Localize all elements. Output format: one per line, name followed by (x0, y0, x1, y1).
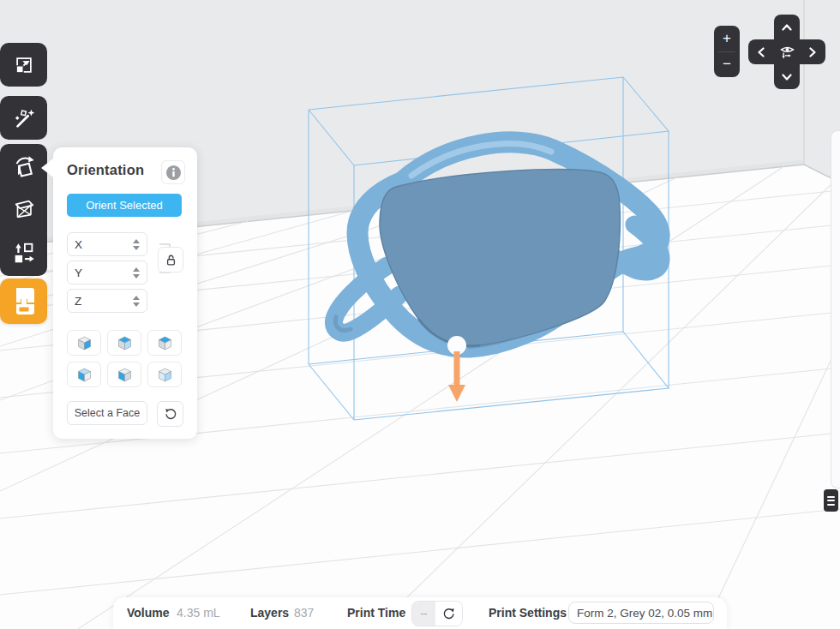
print-time-refresh-button[interactable] (435, 602, 462, 626)
print-time-control: -- (411, 601, 463, 626)
zoom-out-button[interactable]: − (714, 51, 740, 77)
pan-up-button[interactable] (774, 15, 800, 39)
spinner-up-icon[interactable] (133, 296, 140, 300)
orient-cube-icon (11, 153, 37, 179)
cube-face-top-front-icon (116, 334, 134, 352)
tool-layout-button[interactable] (0, 231, 47, 275)
supports-icon (11, 197, 37, 223)
status-bar: Volume 4.35 mL Layers 837 Print Time -- … (113, 597, 727, 629)
axis-x-field[interactable]: X (67, 232, 147, 256)
reset-icon (164, 407, 177, 421)
layers-label: Layers (250, 606, 289, 620)
chevron-down-icon (782, 74, 792, 81)
cube-face-bottom-button[interactable] (147, 362, 182, 387)
panel-notch (41, 159, 53, 177)
volume-label: Volume (127, 606, 170, 620)
unlock-icon (164, 253, 178, 267)
cube-face-top-front-button[interactable] (107, 330, 141, 356)
face-buttons-grid (67, 330, 182, 387)
axis-x-label: X (75, 238, 82, 251)
zoom-divider (718, 51, 735, 52)
reset-orientation-button[interactable] (157, 401, 183, 427)
axis-lock-button[interactable] (158, 247, 183, 273)
spinner-up-icon[interactable] (133, 267, 140, 272)
model-list-button[interactable] (824, 489, 838, 512)
tool-orientation-button[interactable] (0, 144, 47, 188)
spinner-down-icon[interactable] (133, 246, 140, 250)
cube-face-left-top-button[interactable] (67, 362, 101, 387)
cube-face-left-icon (116, 366, 134, 384)
cube-face-front-icon (75, 334, 93, 352)
pan-left-button[interactable] (748, 39, 774, 64)
orbit-view-button[interactable] (774, 39, 800, 64)
print-time-label: Print Time (347, 606, 405, 620)
zoom-in-button[interactable]: + (714, 26, 740, 51)
zoom-control: + − (714, 26, 740, 77)
resize-icon (12, 53, 36, 77)
cube-face-top-icon (156, 334, 174, 352)
print-settings-value: Form 2, Grey 02, 0.05 mm (577, 607, 712, 620)
orientation-panel: Orientation Orient Selected X Y Z (53, 147, 197, 439)
axis-z-field[interactable]: Z (67, 289, 147, 313)
list-icon (827, 496, 835, 506)
printer-icon (11, 286, 37, 317)
tool-supports-button[interactable] (0, 188, 47, 231)
cube-face-top-button[interactable] (147, 330, 182, 356)
axis-y-label: Y (75, 267, 82, 279)
tool-group (0, 144, 47, 276)
volume-value: 4.35 mL (177, 606, 220, 620)
info-button[interactable] (161, 160, 185, 184)
cube-face-left-top-icon (75, 366, 93, 384)
pan-right-button[interactable] (800, 39, 825, 64)
axis-x-spinner[interactable] (133, 239, 140, 250)
refresh-icon (442, 607, 456, 620)
cube-face-left-button[interactable] (107, 362, 141, 387)
spinner-up-icon[interactable] (133, 239, 140, 243)
layout-icon (11, 241, 37, 267)
axis-y-input[interactable] (86, 266, 133, 280)
magic-wand-icon (11, 105, 37, 131)
orient-selected-button[interactable]: Orient Selected (67, 194, 182, 217)
chevron-left-icon (758, 47, 765, 57)
cube-face-front-button[interactable] (67, 330, 101, 356)
panel-title: Orientation (67, 162, 144, 178)
print-settings-selector[interactable]: Form 2, Grey 02, 0.05 mm (568, 602, 714, 624)
print-settings-label: Print Settings (489, 606, 567, 620)
chevron-up-icon (782, 24, 792, 31)
axis-z-label: Z (75, 295, 81, 308)
pan-down-button[interactable] (774, 64, 800, 89)
info-icon (165, 165, 182, 181)
cube-face-bottom-icon (156, 366, 174, 384)
spinner-down-icon[interactable] (133, 274, 140, 279)
axis-z-spinner[interactable] (133, 296, 140, 307)
axis-z-input[interactable] (85, 294, 133, 309)
layers-value: 837 (294, 606, 314, 620)
spinner-down-icon[interactable] (133, 303, 140, 307)
model-list-flyout-handle[interactable] (831, 130, 840, 488)
axis-x-input[interactable] (86, 237, 133, 252)
printer-job-button[interactable] (0, 279, 47, 324)
orbit-eye-icon (778, 43, 796, 61)
select-face-button[interactable]: Select a Face (67, 401, 147, 425)
axis-y-field[interactable]: Y (67, 261, 147, 285)
print-time-value: -- (412, 602, 435, 626)
chevron-right-icon (809, 47, 816, 57)
tool-size-button[interactable] (0, 43, 47, 87)
tool-one-click-print-button[interactable] (0, 96, 47, 140)
axis-y-spinner[interactable] (133, 267, 140, 279)
